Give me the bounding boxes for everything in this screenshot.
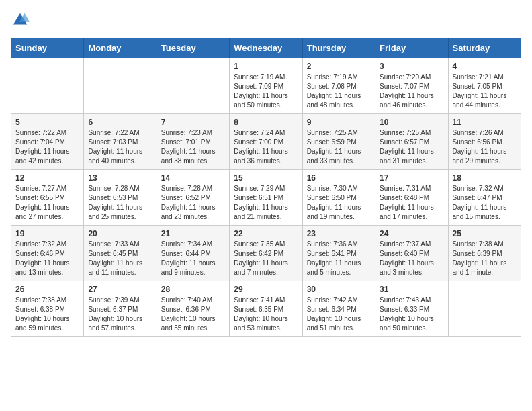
day-info: Sunrise: 7:41 AMSunset: 6:35 PMDaylight:… (234, 295, 298, 333)
weekday-header-friday: Friday (375, 38, 448, 58)
day-number: 11 (453, 118, 517, 127)
calendar-cell: 8 Sunrise: 7:24 AMSunset: 7:00 PMDayligh… (230, 114, 302, 170)
day-info: Sunrise: 7:38 AMSunset: 6:38 PMDaylight:… (15, 295, 79, 333)
day-number: 24 (380, 229, 443, 238)
day-number: 26 (15, 285, 79, 294)
day-info: Sunrise: 7:42 AMSunset: 6:34 PMDaylight:… (307, 295, 371, 333)
day-number: 3 (380, 62, 443, 71)
calendar-week-row: 5 Sunrise: 7:22 AMSunset: 7:04 PMDayligh… (11, 114, 521, 170)
day-number: 9 (307, 118, 371, 127)
day-number: 6 (88, 118, 152, 127)
calendar-cell: 31 Sunrise: 7:43 AMSunset: 6:33 PMDaylig… (375, 281, 448, 337)
day-number: 31 (380, 285, 443, 294)
calendar-cell: 19 Sunrise: 7:32 AMSunset: 6:46 PMDaylig… (11, 226, 84, 281)
day-info: Sunrise: 7:27 AMSunset: 6:55 PMDaylight:… (15, 184, 79, 222)
day-info: Sunrise: 7:25 AMSunset: 6:59 PMDaylight:… (307, 128, 371, 166)
day-info: Sunrise: 7:38 AMSunset: 6:39 PMDaylight:… (453, 240, 517, 277)
calendar-cell: 24 Sunrise: 7:37 AMSunset: 6:40 PMDaylig… (375, 226, 448, 281)
calendar-cell: 15 Sunrise: 7:29 AMSunset: 6:51 PMDaylig… (230, 170, 302, 226)
day-info: Sunrise: 7:34 AMSunset: 6:44 PMDaylight:… (161, 240, 225, 277)
weekday-header-monday: Monday (84, 38, 157, 58)
calendar-cell: 11 Sunrise: 7:26 AMSunset: 6:56 PMDaylig… (448, 114, 521, 170)
weekday-header-thursday: Thursday (302, 38, 375, 58)
calendar-cell: 10 Sunrise: 7:25 AMSunset: 6:57 PMDaylig… (375, 114, 448, 170)
calendar-week-row: 19 Sunrise: 7:32 AMSunset: 6:46 PMDaylig… (11, 226, 521, 281)
day-info: Sunrise: 7:43 AMSunset: 6:33 PMDaylight:… (380, 295, 443, 333)
day-number: 20 (88, 229, 152, 238)
calendar-cell: 25 Sunrise: 7:38 AMSunset: 6:39 PMDaylig… (448, 226, 521, 281)
day-number: 2 (307, 62, 371, 71)
calendar-week-row: 12 Sunrise: 7:27 AMSunset: 6:55 PMDaylig… (11, 170, 521, 226)
calendar-cell: 17 Sunrise: 7:31 AMSunset: 6:48 PMDaylig… (375, 170, 448, 226)
calendar-cell: 23 Sunrise: 7:36 AMSunset: 6:41 PMDaylig… (302, 226, 375, 281)
calendar-cell: 22 Sunrise: 7:35 AMSunset: 6:42 PMDaylig… (230, 226, 302, 281)
calendar-cell: 5 Sunrise: 7:22 AMSunset: 7:04 PMDayligh… (11, 114, 84, 170)
day-number: 23 (307, 229, 371, 238)
day-info: Sunrise: 7:36 AMSunset: 6:41 PMDaylight:… (307, 240, 371, 277)
day-info: Sunrise: 7:37 AMSunset: 6:40 PMDaylight:… (380, 240, 443, 277)
day-number: 1 (234, 62, 298, 71)
calendar-cell: 13 Sunrise: 7:28 AMSunset: 6:53 PMDaylig… (84, 170, 157, 226)
day-number: 4 (453, 62, 517, 71)
day-number: 25 (453, 229, 517, 238)
day-number: 17 (380, 173, 443, 183)
calendar-cell: 26 Sunrise: 7:38 AMSunset: 6:38 PMDaylig… (11, 281, 84, 337)
calendar-cell: 16 Sunrise: 7:30 AMSunset: 6:50 PMDaylig… (302, 170, 375, 226)
day-info: Sunrise: 7:32 AMSunset: 6:46 PMDaylight:… (15, 240, 79, 277)
calendar-cell: 20 Sunrise: 7:33 AMSunset: 6:45 PMDaylig… (84, 226, 157, 281)
day-info: Sunrise: 7:22 AMSunset: 7:03 PMDaylight:… (88, 128, 152, 166)
calendar-cell: 4 Sunrise: 7:21 AMSunset: 7:05 PMDayligh… (448, 58, 521, 114)
calendar-cell: 14 Sunrise: 7:28 AMSunset: 6:52 PMDaylig… (157, 170, 229, 226)
calendar-week-row: 1 Sunrise: 7:19 AMSunset: 7:09 PMDayligh… (11, 58, 521, 114)
calendar-cell: 6 Sunrise: 7:22 AMSunset: 7:03 PMDayligh… (84, 114, 157, 170)
day-number: 27 (88, 285, 152, 294)
day-number: 15 (234, 173, 298, 183)
day-info: Sunrise: 7:31 AMSunset: 6:48 PMDaylight:… (380, 184, 443, 222)
calendar-cell: 1 Sunrise: 7:19 AMSunset: 7:09 PMDayligh… (230, 58, 302, 114)
calendar-cell (448, 281, 521, 337)
page-header (11, 11, 521, 30)
day-info: Sunrise: 7:33 AMSunset: 6:45 PMDaylight:… (88, 240, 152, 277)
day-number: 14 (161, 173, 225, 183)
calendar-header-row: SundayMondayTuesdayWednesdayThursdayFrid… (11, 38, 521, 58)
calendar-cell: 3 Sunrise: 7:20 AMSunset: 7:07 PMDayligh… (375, 58, 448, 114)
day-number: 7 (161, 118, 225, 127)
day-number: 30 (307, 285, 371, 294)
day-number: 12 (15, 173, 79, 183)
weekday-header-wednesday: Wednesday (230, 38, 302, 58)
calendar-cell: 7 Sunrise: 7:23 AMSunset: 7:01 PMDayligh… (157, 114, 229, 170)
calendar-cell: 2 Sunrise: 7:19 AMSunset: 7:08 PMDayligh… (302, 58, 375, 114)
weekday-header-sunday: Sunday (11, 38, 84, 58)
day-info: Sunrise: 7:29 AMSunset: 6:51 PMDaylight:… (234, 184, 298, 222)
weekday-header-saturday: Saturday (448, 38, 521, 58)
day-info: Sunrise: 7:20 AMSunset: 7:07 PMDaylight:… (380, 73, 443, 110)
calendar-cell (84, 58, 157, 114)
day-number: 13 (88, 173, 152, 183)
day-number: 19 (15, 229, 79, 238)
day-number: 29 (234, 285, 298, 294)
day-info: Sunrise: 7:19 AMSunset: 7:08 PMDaylight:… (307, 73, 371, 110)
day-info: Sunrise: 7:28 AMSunset: 6:52 PMDaylight:… (161, 184, 225, 222)
day-info: Sunrise: 7:25 AMSunset: 6:57 PMDaylight:… (380, 128, 443, 166)
calendar-cell: 28 Sunrise: 7:40 AMSunset: 6:36 PMDaylig… (157, 281, 229, 337)
day-number: 5 (15, 118, 79, 127)
day-number: 22 (234, 229, 298, 238)
calendar-cell: 29 Sunrise: 7:41 AMSunset: 6:35 PMDaylig… (230, 281, 302, 337)
weekday-header-tuesday: Tuesday (157, 38, 229, 58)
day-info: Sunrise: 7:40 AMSunset: 6:36 PMDaylight:… (161, 295, 225, 333)
calendar-cell: 27 Sunrise: 7:39 AMSunset: 6:37 PMDaylig… (84, 281, 157, 337)
calendar-cell (11, 58, 84, 114)
logo-icon (11, 11, 30, 30)
day-info: Sunrise: 7:30 AMSunset: 6:50 PMDaylight:… (307, 184, 371, 222)
calendar-cell: 18 Sunrise: 7:32 AMSunset: 6:47 PMDaylig… (448, 170, 521, 226)
day-info: Sunrise: 7:21 AMSunset: 7:05 PMDaylight:… (453, 73, 517, 110)
calendar-cell: 30 Sunrise: 7:42 AMSunset: 6:34 PMDaylig… (302, 281, 375, 337)
day-number: 21 (161, 229, 225, 238)
day-number: 8 (234, 118, 298, 127)
day-info: Sunrise: 7:35 AMSunset: 6:42 PMDaylight:… (234, 240, 298, 277)
day-info: Sunrise: 7:28 AMSunset: 6:53 PMDaylight:… (88, 184, 152, 222)
calendar-week-row: 26 Sunrise: 7:38 AMSunset: 6:38 PMDaylig… (11, 281, 521, 337)
day-info: Sunrise: 7:22 AMSunset: 7:04 PMDaylight:… (15, 128, 79, 166)
day-number: 16 (307, 173, 371, 183)
day-info: Sunrise: 7:19 AMSunset: 7:09 PMDaylight:… (234, 73, 298, 110)
